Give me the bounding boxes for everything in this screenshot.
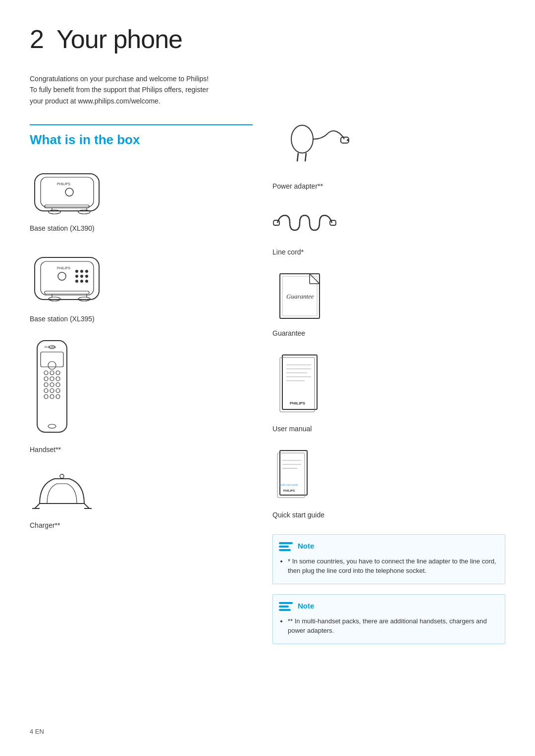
- svg-point-39: [56, 383, 60, 387]
- item-base-xl395: PHILIPS: [30, 248, 253, 325]
- svg-line-64: [310, 274, 320, 284]
- svg-rect-0: [35, 174, 99, 211]
- note-label-1: Note: [298, 541, 314, 552]
- svg-point-20: [80, 280, 83, 283]
- svg-point-40: [44, 389, 48, 393]
- main-content: What is in the box PHILIPS: [30, 124, 505, 654]
- svg-point-17: [80, 275, 83, 278]
- svg-text:PHILIPS: PHILIPS: [45, 346, 56, 349]
- svg-point-42: [56, 389, 60, 393]
- svg-point-19: [75, 280, 78, 283]
- svg-rect-1: [41, 177, 94, 207]
- note-list-1: * In some countries, you have to connect…: [279, 556, 497, 576]
- svg-point-43: [44, 395, 48, 399]
- handset-image: PHILIPS: [30, 338, 253, 441]
- svg-point-12: [58, 272, 66, 280]
- item-charger: Charger**: [30, 469, 253, 531]
- line-cord-image: [272, 205, 505, 244]
- charger-label: Charger**: [30, 520, 253, 531]
- note-list-2: ** In multi-handset packs, there are add…: [279, 616, 497, 636]
- item-guarantee: Guarantee Guarantee: [272, 271, 505, 339]
- svg-text:Quick start guide: Quick start guide: [279, 483, 298, 486]
- svg-point-33: [56, 371, 60, 375]
- svg-text:PHILIPS: PHILIPS: [57, 182, 70, 186]
- svg-point-41: [50, 389, 54, 393]
- svg-text:PHILIPS: PHILIPS: [283, 489, 295, 492]
- svg-point-32: [50, 371, 54, 375]
- right-column: Power adapter** Line cord*: [268, 124, 505, 654]
- svg-line-50: [84, 504, 89, 508]
- note-header-1: Note: [279, 541, 497, 553]
- note-label-2: Note: [298, 601, 314, 612]
- svg-line-55: [297, 153, 298, 161]
- item-base-xl390: PHILIPS Base station (XL390): [30, 161, 253, 234]
- intro-text: Congratulations on your purchase and wel…: [30, 73, 218, 106]
- user-manual-label: User manual: [272, 424, 505, 434]
- svg-text:Guarantee: Guarantee: [286, 293, 314, 300]
- svg-point-37: [44, 383, 48, 387]
- svg-point-14: [80, 270, 83, 273]
- line-cord-label: Line cord*: [272, 247, 505, 257]
- note-icon-2: [279, 601, 294, 612]
- svg-rect-9: [35, 257, 99, 300]
- svg-point-47: [48, 361, 56, 369]
- base-xl395-label: Base station (XL395): [30, 314, 253, 324]
- charger-image: [30, 469, 253, 517]
- note-header-2: Note: [279, 601, 497, 612]
- item-power-adapter: Power adapter**: [272, 124, 505, 192]
- guarantee-image: Guarantee: [272, 271, 505, 324]
- svg-rect-29: [41, 352, 63, 367]
- power-adapter-image: [272, 124, 505, 177]
- svg-line-56: [305, 153, 306, 161]
- note-box-2: Note ** In multi-handset packs, there ar…: [272, 594, 505, 644]
- svg-point-58: [347, 139, 349, 141]
- left-column: What is in the box PHILIPS: [30, 124, 268, 654]
- svg-point-18: [85, 275, 88, 278]
- note-icon-1: [279, 541, 294, 553]
- svg-point-13: [75, 270, 78, 273]
- base-xl390-image: PHILIPS: [30, 161, 253, 219]
- item-line-cord: Line cord*: [272, 205, 505, 258]
- svg-point-46: [48, 424, 56, 428]
- footer-page-number: 4 EN: [30, 727, 44, 737]
- note-item-2-0: ** In multi-handset packs, there are add…: [288, 616, 497, 636]
- item-user-manual: PHILIPS User manual: [272, 353, 505, 435]
- user-manual-image: PHILIPS: [272, 353, 505, 420]
- note-item-1-0: * In some countries, you have to connect…: [288, 556, 497, 576]
- svg-point-21: [85, 280, 88, 283]
- svg-point-35: [50, 377, 54, 381]
- svg-rect-22: [45, 291, 89, 294]
- svg-point-53: [60, 474, 64, 478]
- svg-point-31: [44, 371, 48, 375]
- svg-rect-75: [280, 451, 307, 495]
- quick-start-image: PHILIPS Quick start guide: [272, 448, 505, 506]
- svg-rect-4: [45, 205, 89, 208]
- power-adapter-label: Power adapter**: [272, 181, 505, 192]
- svg-point-15: [85, 270, 88, 273]
- item-quick-start: PHILIPS Quick start guide Quick start gu…: [272, 448, 505, 520]
- svg-point-44: [50, 395, 54, 399]
- note-box-1: Note * In some countries, you have to co…: [272, 534, 505, 584]
- svg-point-36: [56, 377, 60, 381]
- handset-label: Handset**: [30, 445, 253, 455]
- item-handset: PHILIPS: [30, 338, 253, 455]
- svg-point-54: [291, 125, 313, 153]
- svg-point-34: [44, 377, 48, 381]
- section-title: What is in the box: [30, 124, 253, 150]
- svg-text:PHILIPS: PHILIPS: [290, 401, 306, 405]
- svg-text:PHILIPS: PHILIPS: [57, 266, 70, 270]
- guarantee-label: Guarantee: [272, 328, 505, 339]
- svg-line-49: [35, 504, 40, 508]
- svg-point-38: [50, 383, 54, 387]
- svg-point-45: [56, 395, 60, 399]
- base-xl390-label: Base station (XL390): [30, 223, 253, 234]
- page-title: 2 Your phone: [30, 20, 505, 58]
- svg-point-16: [75, 275, 78, 278]
- base-xl395-image: PHILIPS: [30, 248, 253, 310]
- quick-start-label: Quick start guide: [272, 510, 505, 520]
- svg-point-3: [65, 188, 73, 196]
